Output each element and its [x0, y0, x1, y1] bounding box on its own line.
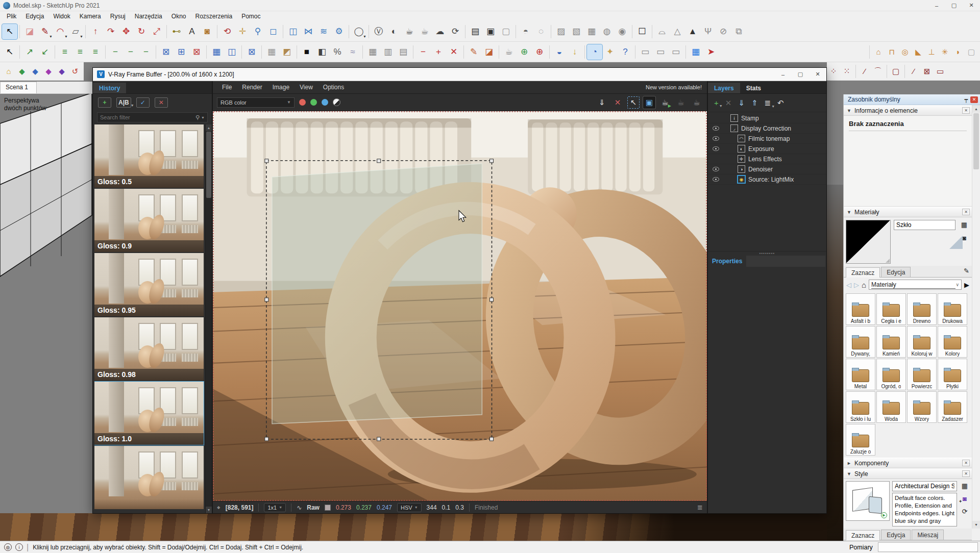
minimize-button[interactable]: – [928, 0, 945, 11]
tab-zaznacz[interactable]: Zaznacz [846, 267, 880, 278]
section-components-header[interactable]: ► Komponenty ✕ [844, 458, 972, 468]
info-icon[interactable]: i [15, 543, 23, 551]
material-folder[interactable]: Kamień [876, 326, 906, 358]
menu-edycja[interactable]: Edycja [21, 12, 48, 21]
menu-kamera[interactable]: Kamera [75, 12, 106, 21]
cube-purple-icon[interactable]: ◆ [55, 65, 68, 78]
history-set-b-button[interactable]: ✕ [155, 97, 168, 108]
style-marker-button[interactable]: ◪ [481, 44, 497, 60]
material-folder[interactable]: Cegła i e [876, 293, 906, 325]
edge-style-add[interactable]: ≡ [72, 44, 88, 60]
grab-hand-button[interactable]: ✦ [602, 44, 618, 60]
layer-row[interactable]: ◠Filmic tonemap [708, 134, 826, 144]
vray-render-cloud[interactable]: ☁ [432, 24, 448, 39]
tab-mieszaj[interactable]: Mieszaj [912, 530, 944, 540]
history-item[interactable]: Gloss: 0.5 [94, 124, 204, 188]
menu-rysuj[interactable]: Rysuj [106, 12, 130, 21]
vray-render-interactive[interactable]: ☕ [417, 24, 432, 39]
layer-load-button[interactable]: ⇑ [751, 98, 758, 108]
edge-style-remove[interactable]: ≡ [88, 44, 103, 60]
section-plane-blue[interactable]: ⊠ [158, 44, 174, 60]
vertex-curve-button[interactable]: ⌒ [871, 65, 885, 78]
move-tool[interactable]: ✥ [118, 24, 134, 39]
history-save-button[interactable]: + [98, 97, 111, 108]
visibility-eye-icon[interactable] [713, 136, 719, 141]
select-tool-alt[interactable]: ↖ [2, 44, 17, 60]
light-rect-button[interactable]: ⊓ [885, 45, 898, 59]
shadow-black-button[interactable]: ■ [299, 44, 314, 60]
light-disabled-button[interactable]: ▢ [965, 45, 978, 59]
white-teapot-button[interactable]: ☕ [501, 44, 517, 60]
secondary-pane-icon[interactable]: ▦ [960, 481, 969, 490]
fog-button[interactable]: ≈ [345, 44, 360, 60]
section-entity-info-header[interactable]: ▼ Informacje o elemencie ✕ [844, 105, 972, 116]
vray-proxy-export[interactable]: △ [670, 24, 685, 39]
tape-measure-tool[interactable]: ⊷ [169, 24, 184, 39]
zoom-select[interactable]: 1x1▼ [264, 503, 286, 512]
create-style-icon[interactable]: ◙+ [960, 494, 969, 503]
vfb-titlebar[interactable]: V V-Ray Frame Buffer - [200.0% of 1600 x… [93, 68, 826, 81]
vray-proxy-import[interactable]: ▲ [685, 24, 700, 39]
scrollbar-thumb[interactable] [973, 113, 979, 169]
views-grid-1[interactable]: ▦ [365, 44, 380, 60]
add-sphere-red[interactable]: ⊕ [532, 44, 547, 60]
materials-collection-select[interactable]: Materiały∨ [869, 280, 962, 290]
layer-row[interactable]: ◞Display Correction [708, 123, 826, 134]
scrollbar-thumb[interactable] [206, 132, 211, 198]
light-mesh-button[interactable]: ◗ [951, 45, 965, 59]
scroll-down-icon[interactable]: ▼ [972, 521, 980, 529]
panel-b-button[interactable]: ▭ [653, 44, 668, 60]
globe-blue-button[interactable]: ◒ [552, 44, 567, 60]
vray-refresh[interactable]: ⟳ [448, 24, 463, 39]
home-icon[interactable]: ⌂ [862, 281, 866, 289]
material-folder[interactable]: Metal [846, 359, 875, 390]
vray-frame-buffer[interactable]: ▣ [483, 24, 498, 39]
vray-pack[interactable]: ⧉ [731, 24, 746, 39]
dim-x-button[interactable]: ✕ [446, 44, 461, 60]
grid-half-button[interactable]: ◫ [224, 44, 239, 60]
chevron-down-icon[interactable]: ▼ [201, 116, 205, 119]
paint-blue-button[interactable]: ▦ [688, 44, 703, 60]
menu-pomoc[interactable]: Pomoc [237, 12, 265, 21]
vertex-line-button[interactable]: ∕ [858, 65, 871, 78]
eye-cell[interactable] [708, 136, 723, 141]
views-grid-3[interactable]: ▤ [396, 44, 411, 60]
material-folder[interactable]: Kolory [938, 326, 967, 358]
vfb-menu-image[interactable]: Image [267, 82, 295, 92]
blue-channel-toggle[interactable] [322, 99, 328, 106]
scroll-up-icon[interactable]: ▲ [206, 124, 212, 131]
tray-scrollbar[interactable]: ▲ ▼ [972, 105, 980, 529]
layer-row[interactable]: ◉Source: LightMix [708, 174, 826, 185]
rectangle-tool[interactable]: ▱▼ [68, 24, 83, 39]
dim-minus-button[interactable]: − [415, 44, 431, 60]
render-last-button[interactable]: ☕ [675, 96, 687, 109]
orbit-tool[interactable]: ⟲ [219, 24, 235, 39]
line-weight[interactable]: − [108, 44, 123, 60]
colorspace-select[interactable]: HSV▼ [397, 503, 422, 512]
menu-rozszerzenia[interactable]: Rozszerzenia [190, 12, 237, 21]
add-sphere-green[interactable]: ⊕ [517, 44, 532, 60]
vray-soft-select[interactable]: ◌ [533, 24, 549, 39]
restore-button[interactable]: ▢ [945, 0, 963, 11]
download-gold-button[interactable]: ↓ [567, 44, 582, 60]
material-folder[interactable]: Zadaszer [938, 391, 967, 423]
edge-style-all[interactable]: ≡ [57, 44, 72, 60]
vray-infinite-plane[interactable]: ⌓ [654, 24, 670, 39]
visibility-eye-icon[interactable] [713, 146, 719, 151]
render-button[interactable]: ☕▶ [659, 96, 671, 109]
vray-checker-plane[interactable]: ▨ [553, 24, 569, 39]
vertex-quad-button[interactable]: ▭ [934, 65, 947, 78]
vertex-box-button[interactable]: ▢ [889, 65, 902, 78]
vray-lock[interactable]: ▢ [498, 24, 513, 39]
tab-zaznacz[interactable]: Zaznacz [846, 530, 880, 540]
shadow-pct-button[interactable]: % [330, 44, 345, 60]
forward-icon[interactable]: ▷ [854, 281, 859, 289]
cube-green-icon[interactable]: ◆ [15, 65, 29, 78]
followme-tool[interactable]: ↷ [103, 24, 118, 39]
history-item[interactable]: Gloss: 0.95 [94, 253, 204, 316]
layer-undo-button[interactable]: ↶ [777, 98, 784, 108]
layer-list-button[interactable]: ≣▼ [765, 98, 771, 108]
tags-tool[interactable]: ≋ [316, 24, 331, 39]
eye-cell[interactable] [708, 177, 723, 182]
material-folder[interactable]: Dywany, [846, 326, 875, 358]
